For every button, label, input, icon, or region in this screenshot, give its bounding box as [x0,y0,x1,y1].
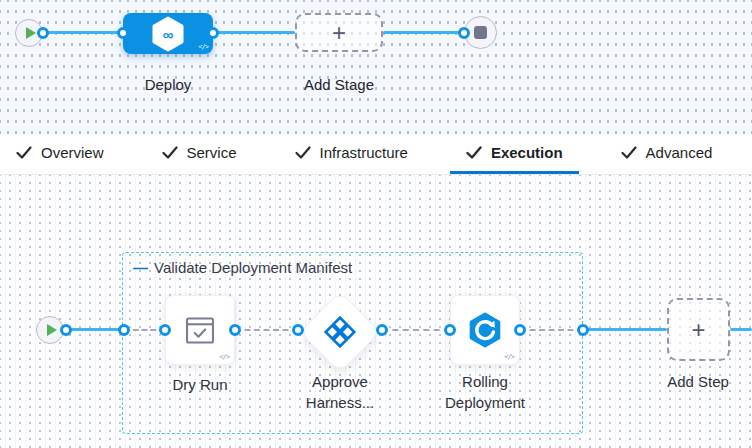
tab-label: Infrastructure [320,144,408,161]
connector-anchor [458,27,470,39]
step-group-title: Validate Deployment Manifest [154,259,352,276]
add-stage-label: Add Stage [279,76,399,93]
connector-line-dashed [382,329,450,331]
tab-execution[interactable]: Execution [450,134,579,174]
connector-anchor [229,324,241,336]
connector-anchor [60,324,72,336]
deploy-stage-label: Deploy [108,76,228,93]
step-label-dry-run: Dry Run [150,374,250,395]
check-icon [16,146,32,159]
connector-line [213,31,295,34]
connector-anchor [577,324,589,336]
play-icon [47,324,57,336]
pipeline-studio: ∞ </> + Deploy Add Stage Overview Servic… [0,0,752,448]
add-step-label: Add Step [648,371,748,392]
connector-anchor [376,324,388,336]
tab-advanced[interactable]: Advanced [605,134,729,174]
tab-service[interactable]: Service [146,134,253,174]
connector-anchor [37,27,49,39]
add-stage-button[interactable]: + [295,13,383,52]
connector-anchor [444,324,456,336]
add-step-button[interactable]: + [667,298,730,361]
rolling-deployment-hexagon-icon [466,311,504,349]
connector-line [730,328,752,331]
connector-anchor [207,27,219,39]
stop-icon [474,26,487,39]
connector-anchor [292,324,304,336]
yaml-code-icon: </> [504,353,514,361]
connector-anchor [159,324,171,336]
play-icon [26,27,36,39]
execution-canvas: — Validate Deployment Manifest </> [0,175,752,448]
stage-config-tabs: Overview Service Infrastructure Executio… [0,134,752,175]
yaml-code-icon: </> [198,43,208,51]
step-dry-run[interactable]: </> [165,295,235,365]
tab-label: Service [187,144,237,161]
stage-canvas: ∞ </> + Deploy Add Stage [0,0,752,134]
yaml-code-icon: </> [219,353,229,361]
deploy-stage-node[interactable]: ∞ </> [123,13,213,54]
tab-overview[interactable]: Overview [0,134,120,174]
check-icon [162,146,178,159]
tab-label: Execution [491,144,563,161]
step-label-approve: Approve Harness... [300,371,380,413]
tab-infrastructure[interactable]: Infrastructure [279,134,424,174]
plus-icon: + [332,21,346,45]
collapse-group-icon[interactable]: — [133,260,148,275]
step-label-rolling: Rolling Deployment [435,371,535,413]
dry-run-check-window-icon [185,317,215,344]
connector-anchor [118,324,130,336]
connector-line-dashed [520,329,583,331]
connector-line [585,328,667,331]
cd-hexagon-icon: ∞ [151,16,185,52]
tab-label: Overview [41,144,104,161]
step-group-header: — Validate Deployment Manifest [133,259,352,276]
check-icon [466,146,482,159]
connector-anchor [514,324,526,336]
tab-label: Advanced [646,144,713,161]
plus-icon: + [691,318,705,342]
connector-line [43,31,123,34]
check-icon [295,146,311,159]
connector-line-dashed [235,329,298,331]
step-rolling-deployment[interactable]: </> [450,295,520,365]
connector-line [383,31,464,34]
connector-line [66,328,124,331]
connector-anchor [117,27,129,39]
check-icon [621,146,637,159]
svg-text:∞: ∞ [163,25,174,42]
